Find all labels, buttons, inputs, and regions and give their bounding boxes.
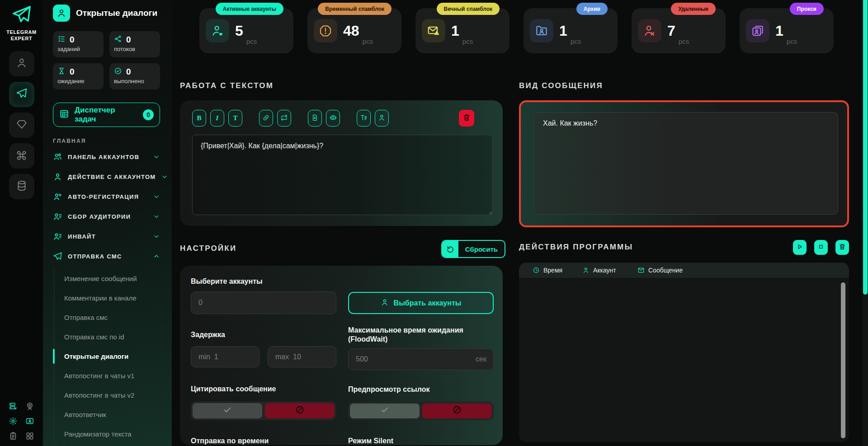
column-message: Сообщение (637, 267, 683, 274)
card-badge: Удаленные (671, 3, 716, 15)
user-list-icon (53, 212, 62, 221)
rail-tools-button[interactable]: ⌘ (9, 143, 34, 169)
page-scrollbar-thumb[interactable] (863, 0, 868, 295)
settings-title: НАСТРОЙКИ (180, 244, 236, 254)
card-badge: Прокси (790, 3, 824, 15)
page-title: Открытые диалоги (76, 8, 157, 18)
text-work-panel: B I T (180, 100, 503, 226)
link-button[interactable] (259, 110, 273, 127)
task-manager-button[interactable]: Диспетчер задач 0 (53, 103, 160, 127)
clipboard-icon[interactable] (9, 432, 18, 441)
gear-icon[interactable] (9, 417, 18, 426)
card-value: 1 (559, 23, 567, 39)
submenu-item-channel-comments[interactable]: Комментарии в канале (54, 288, 160, 308)
sidebar-item-accounts-panel[interactable]: ПАНЕЛЬ АККАУНТОВ (53, 147, 160, 167)
text-template-button[interactable] (357, 110, 371, 127)
rail-database-button[interactable] (9, 174, 34, 199)
quote-message-label: Цитировать сообщение (191, 385, 336, 393)
repost-button[interactable] (277, 110, 291, 127)
quote-off-option[interactable] (265, 403, 335, 418)
submenu-item-send-sms[interactable]: Отправка смс (54, 308, 160, 327)
submenu-item-autoposting-v2[interactable]: Автопостинг в чаты v2 (54, 385, 160, 405)
paper-plane-icon (16, 88, 28, 101)
clear-text-button[interactable] (459, 110, 474, 127)
delay-label: Задержка (191, 331, 336, 339)
submenu-item-edit-messages[interactable]: Изменение сообщений (54, 269, 160, 288)
sidebar-menu: ПАНЕЛЬ АККАУНТОВ ДЕЙСТВИЕ С АККАУНТОМ АВ… (53, 147, 160, 444)
message-view-title: ВИД СООБЩЕНИЯ (519, 81, 849, 91)
task-manager-label: Диспетчер задач (75, 106, 137, 124)
submenu-item-send-sms-by-id[interactable]: Отправка смс по id (54, 327, 160, 347)
task-window-icon (59, 109, 69, 121)
page-scrollbar-track[interactable] (863, 0, 868, 446)
sidebar-item-invite[interactable]: ИНВАЙТ (53, 226, 160, 246)
chevron-down-icon (153, 233, 160, 240)
select-accounts-button[interactable]: Выбрать аккаунты (348, 292, 494, 314)
bot-button[interactable] (326, 110, 340, 127)
paper-plane-icon (53, 252, 62, 261)
main-content: Активные аккаунты 5 pcs Временный спамбл… (172, 0, 868, 446)
sidebar-section-label: ГЛАВНАЯ (53, 138, 160, 144)
right-column: ВИД СООБЩЕНИЯ Хай. Как жизнь? ДЕЙСТВИЯ П… (519, 81, 849, 442)
table-scrollbar[interactable] (841, 282, 845, 438)
bold-button[interactable]: B (192, 110, 206, 127)
account-insert-button[interactable] (375, 110, 389, 127)
left-column: РАБОТА С ТЕКСТОМ B I T (180, 81, 503, 445)
card-value: 48 (343, 23, 359, 39)
play-button[interactable] (793, 240, 807, 255)
message-text-input[interactable]: {Привет|Хай}. Как {дела|сам|жизнь}? (192, 135, 493, 215)
link-icon (262, 114, 270, 123)
icon-rail: TELEGRAMEXPERT ⌘ (0, 0, 43, 446)
rail-accounts-button[interactable] (9, 51, 34, 76)
card-active-accounts: Активные аккаунты 5 pcs (199, 8, 293, 53)
stat-value: 0 (126, 35, 131, 45)
sidebar-item-audience-collection[interactable]: СБОР АУДИТОРИИ (53, 207, 160, 226)
submenu-item-autoresponder[interactable]: Автоответчик (54, 405, 160, 424)
preview-off-option[interactable] (422, 404, 492, 418)
rail-premium-button[interactable] (9, 113, 34, 138)
submenu-item-open-dialogs[interactable]: Открытые диалоги (54, 347, 160, 366)
checklist-icon (57, 35, 66, 45)
stat-label: ожидание (57, 78, 99, 85)
stat-tasks: 0 заданий (53, 31, 104, 57)
webcam-icon[interactable] (25, 402, 34, 411)
text-template-icon (360, 114, 368, 123)
stop-button[interactable] (814, 240, 828, 255)
submenu-item-text-randomizer[interactable]: Рандомизатор текста (54, 424, 160, 444)
account-stat-cards: Активные аккаунты 5 pcs Временный спамбл… (199, 3, 834, 53)
text-size-button[interactable]: T (228, 110, 242, 127)
stop-icon (817, 243, 825, 252)
card-badge: Архив (576, 3, 608, 15)
card-temp-spamblock: Временный спамблок 48 pcs (307, 8, 401, 53)
hourglass-icon (57, 67, 66, 77)
accounts-count-input[interactable] (191, 291, 336, 314)
paper-plane-logo-icon (11, 5, 32, 25)
sidebar-item-auto-registration[interactable]: АВТО-РЕГИСТРАЦИЯ (53, 187, 160, 207)
sidebar-item-account-action[interactable]: ДЕЙСТВИЕ С АККАУНТОМ (53, 167, 160, 187)
quote-on-option[interactable] (193, 403, 262, 418)
rail-sending-button[interactable] (9, 82, 34, 107)
stat-label: потоков (114, 46, 156, 52)
reset-button[interactable]: Сбросить (441, 240, 505, 258)
user-icon (16, 57, 28, 70)
server-check-icon[interactable] (9, 402, 18, 411)
submenu-item-autoposting-v1[interactable]: Автопостинг в чаты v1 (54, 366, 160, 385)
delay-max-input[interactable] (268, 346, 336, 367)
italic-button[interactable]: I (210, 110, 224, 127)
silent-mode-label: Режим Silent (348, 437, 494, 445)
sidebar-item-sms-sending[interactable]: ОТПРАВКА СМС (53, 246, 160, 266)
repost-icon (280, 114, 288, 123)
preview-on-option[interactable] (350, 404, 420, 418)
clear-log-button[interactable] (835, 240, 849, 255)
mail-warning-icon (422, 19, 445, 42)
account-frame-icon[interactable] (25, 417, 34, 426)
delay-min-input[interactable] (191, 346, 259, 367)
floodwait-input[interactable] (348, 348, 494, 370)
diamond-icon (16, 118, 28, 132)
user-heart-icon (206, 19, 229, 42)
card-archive: Архив 1 pcs (524, 8, 618, 53)
file-insert-button[interactable] (308, 110, 322, 127)
chevron-down-icon (161, 173, 168, 180)
components-icon[interactable] (25, 432, 34, 441)
stat-done: 0 выполнено (109, 63, 160, 89)
